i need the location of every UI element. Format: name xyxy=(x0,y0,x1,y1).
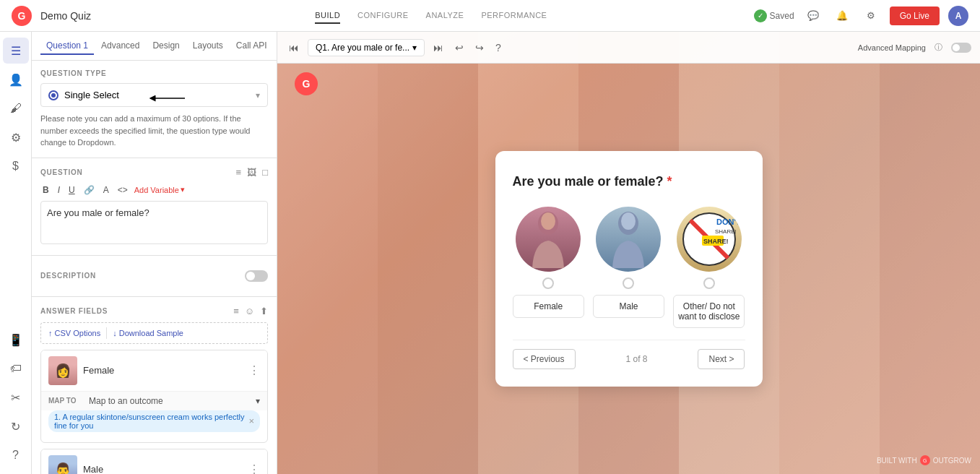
saved-check-icon: ✓ xyxy=(754,9,767,22)
answer-option-header-male: 👨 Male ⋮ xyxy=(41,449,267,475)
top-navigation: G Demo Quiz BUILD CONFIGURE ANALYZE PERF… xyxy=(0,0,980,32)
tab-call-api[interactable]: Call API xyxy=(230,38,273,55)
question-section-label: QUESTION xyxy=(40,168,83,176)
male-radio[interactable] xyxy=(623,277,634,289)
sidebar-item-help[interactable]: ? xyxy=(3,442,29,468)
female-map-to-row: MAP TO Map to an outcome ▾ xyxy=(41,391,267,410)
question-actions: ≡ 🖼 □ xyxy=(236,167,268,178)
nav-build[interactable]: BUILD xyxy=(315,8,340,24)
answer-option-header-female: 👩 Female ⋮ xyxy=(41,350,267,391)
bold-button[interactable]: B xyxy=(40,184,51,197)
code-icon[interactable]: □ xyxy=(262,167,268,178)
nav-configure[interactable]: CONFIGURE xyxy=(357,8,409,24)
question-header: QUESTION ≡ 🖼 □ xyxy=(40,167,268,178)
arrow-annotation xyxy=(40,91,185,120)
sidebar-item-tag[interactable]: 🏷 xyxy=(3,356,29,382)
female-map-to-label: MAP TO xyxy=(48,397,83,405)
svg-text:SHARE!: SHARE! xyxy=(703,238,729,245)
redo-button[interactable]: ↪ xyxy=(472,39,487,56)
italic-button[interactable]: I xyxy=(56,184,62,197)
main-layout: ☰ 👤 🖌 ⚙ $ 📱 🏷 ✂ ↻ ? Question 1 Advanced … xyxy=(0,32,980,474)
panel-content: QUESTION TYPE Single Select ▾ xyxy=(32,61,277,474)
go-live-button[interactable]: Go Live xyxy=(890,7,940,25)
add-variable-button[interactable]: Add Variable ▾ xyxy=(134,185,185,194)
link-button[interactable]: 🔗 xyxy=(82,184,97,197)
male-option-image xyxy=(596,207,661,272)
question-textarea[interactable]: Are you male or female? xyxy=(40,201,268,244)
description-label: DESCRIPTION xyxy=(40,272,96,280)
chat-icon[interactable]: 💬 xyxy=(803,6,823,26)
help-button[interactable]: ? xyxy=(493,39,504,56)
sidebar-item-questions[interactable]: ☰ xyxy=(3,38,29,64)
sidebar-item-refresh[interactable]: ↻ xyxy=(3,413,29,439)
emoji-icon[interactable]: ☺ xyxy=(245,306,254,316)
svg-point-4 xyxy=(621,212,636,230)
image-icon[interactable]: 🖼 xyxy=(247,167,256,178)
divider-2 xyxy=(32,255,277,256)
download-sample-button[interactable]: ↓ Download Sample xyxy=(113,329,183,337)
description-toggle[interactable] xyxy=(245,270,268,282)
preview-first-button[interactable]: ⏮ xyxy=(286,39,302,56)
tab-question[interactable]: Question 1 xyxy=(40,38,94,55)
upload-icon[interactable]: ⬆ xyxy=(260,306,268,316)
other-option-button[interactable]: Other/ Do not want to disclose xyxy=(673,295,745,328)
answer-fields-label: ANSWER FIELDS xyxy=(40,307,108,315)
answer-option-female: 👩 Female ⋮ MAP TO Map to an outcome ▾ 1.… xyxy=(40,350,268,443)
toggle-knob xyxy=(246,272,255,280)
female-silhouette xyxy=(516,207,581,272)
nav-performance[interactable]: PERFORMANCE xyxy=(481,8,547,24)
csv-divider xyxy=(106,327,107,339)
quiz-options-row: Female Male xyxy=(513,207,745,328)
advanced-mapping-info-icon: ⓘ xyxy=(935,42,942,53)
female-option-button[interactable]: Female xyxy=(513,295,584,318)
code-button[interactable]: <> xyxy=(116,184,130,197)
previous-button[interactable]: < Previous xyxy=(513,349,576,369)
editor-toolbar: B I U 🔗 A <> Add Variable ▾ xyxy=(40,184,268,197)
preview-area: ⏮ Q1. Are you male or fe... ▾ ⏭ ↩ ↪ ? Ad… xyxy=(277,32,980,474)
preview-question-selector[interactable]: Q1. Are you male or fe... ▾ xyxy=(308,39,425,56)
bell-icon[interactable]: 🔔 xyxy=(832,6,852,26)
sidebar-item-phone[interactable]: 📱 xyxy=(3,327,29,353)
male-option-button[interactable]: Male xyxy=(593,295,664,318)
male-menu-icon[interactable]: ⋮ xyxy=(248,462,260,474)
question-selector-label: Q1. Are you male or fe... xyxy=(316,43,409,53)
list-options-icon[interactable]: ≡ xyxy=(233,306,239,316)
nav-right: ✓ Saved 💬 🔔 ⚙ Go Live A xyxy=(754,6,968,26)
question-panel: Question 1 Advanced Design Layouts Call … xyxy=(32,32,277,474)
next-button[interactable]: Next > xyxy=(698,349,745,369)
tab-layouts[interactable]: Layouts xyxy=(187,38,229,55)
settings-icon[interactable]: ⚙ xyxy=(861,6,881,26)
quiz-option-female: Female xyxy=(513,207,584,328)
advanced-mapping-toggle[interactable] xyxy=(951,43,971,53)
nav-analyze[interactable]: ANALYZE xyxy=(426,8,464,24)
list-icon[interactable]: ≡ xyxy=(236,167,242,178)
csv-options-button[interactable]: ↑ CSV Options xyxy=(48,329,100,337)
quiz-option-other: DON'T SHARE! SHARE! Other/ Do not want t… xyxy=(673,207,745,328)
underline-button[interactable]: U xyxy=(66,184,77,197)
female-radio[interactable] xyxy=(542,277,554,289)
page-info: 1 of 8 xyxy=(625,354,647,364)
answer-fields-header: ANSWER FIELDS ≡ ☺ ⬆ xyxy=(40,306,268,316)
preview-last-button[interactable]: ⏭ xyxy=(430,39,446,56)
female-menu-icon[interactable]: ⋮ xyxy=(248,363,260,377)
tab-design[interactable]: Design xyxy=(147,38,185,55)
user-avatar[interactable]: A xyxy=(948,6,968,26)
sidebar-item-user[interactable]: 👤 xyxy=(3,66,29,92)
chevron-down-icon: ▾ xyxy=(256,90,260,100)
other-radio[interactable] xyxy=(703,277,715,289)
color-button[interactable]: A xyxy=(101,184,111,197)
female-outcome-tag[interactable]: 1. A regular skintone/sunscreen cream wo… xyxy=(48,410,260,432)
saved-indicator: ✓ Saved xyxy=(754,9,794,22)
sidebar-item-brush[interactable]: 🖌 xyxy=(3,95,29,121)
female-outcome-close[interactable]: × xyxy=(248,415,254,426)
sidebar-item-dollar[interactable]: $ xyxy=(3,153,29,179)
svg-text:SHARE!: SHARE! xyxy=(715,228,737,235)
sidebar-item-settings[interactable]: ⚙ xyxy=(3,124,29,150)
question-section: QUESTION ≡ 🖼 □ B I U 🔗 A <> Add Variabl xyxy=(40,167,268,246)
undo-button[interactable]: ↩ xyxy=(452,39,467,56)
male-label: Male xyxy=(83,464,243,474)
quiz-option-male: Male xyxy=(593,207,664,328)
female-map-to-select[interactable]: Map to an outcome ▾ xyxy=(89,396,260,406)
tab-advanced[interactable]: Advanced xyxy=(95,38,145,55)
sidebar-item-cross[interactable]: ✂ xyxy=(3,384,29,410)
